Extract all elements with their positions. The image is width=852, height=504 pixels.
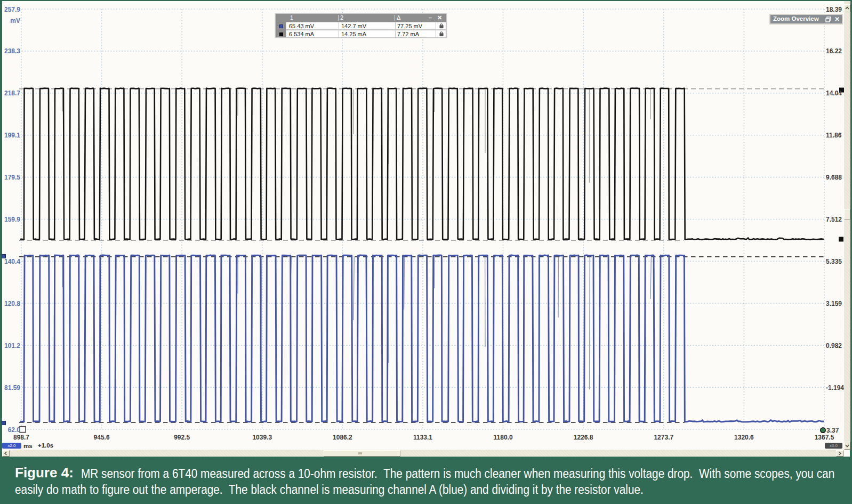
svg-text:120.8: 120.8 [4, 300, 20, 307]
svg-text:1367.5: 1367.5 [815, 434, 834, 441]
svg-text:-1.194: -1.194 [826, 384, 844, 392]
svg-text:179.5: 179.5 [4, 174, 20, 181]
svg-text:1180.0: 1180.0 [494, 434, 513, 441]
svg-text:3.159: 3.159 [826, 300, 842, 307]
svg-text:140.4: 140.4 [4, 258, 20, 265]
svg-text:mV: mV [10, 17, 20, 25]
svg-text:238.3: 238.3 [4, 47, 20, 55]
svg-text:9.688: 9.688 [826, 174, 842, 181]
svg-text:81.59: 81.59 [4, 384, 20, 392]
svg-text:1039.3: 1039.3 [252, 434, 272, 441]
svg-text:14.04: 14.04 [826, 90, 842, 97]
svg-text:1320.6: 1320.6 [734, 434, 754, 441]
svg-text:945.6: 945.6 [94, 434, 110, 441]
svg-text:218.7: 218.7 [4, 90, 20, 97]
svg-text:257.9: 257.9 [4, 6, 20, 13]
svg-text:0.982: 0.982 [826, 342, 842, 349]
svg-text:62.0: 62.0 [8, 426, 21, 434]
svg-text:1086.2: 1086.2 [333, 434, 352, 441]
svg-text:992.5: 992.5 [174, 434, 190, 441]
svg-text:159.9: 159.9 [4, 216, 20, 223]
svg-text:101.2: 101.2 [4, 342, 20, 349]
svg-text:1273.7: 1273.7 [654, 434, 673, 441]
svg-text:5.335: 5.335 [826, 258, 842, 265]
svg-text:199.1: 199.1 [4, 132, 20, 139]
svg-text:1133.1: 1133.1 [413, 434, 432, 441]
svg-text:898.7: 898.7 [13, 434, 29, 441]
svg-text:16.22: 16.22 [826, 47, 842, 55]
svg-text:18.39: 18.39 [826, 6, 842, 13]
svg-text:1226.8: 1226.8 [574, 434, 593, 441]
svg-text:7.512: 7.512 [826, 216, 842, 223]
svg-text:11.86: 11.86 [826, 132, 842, 139]
